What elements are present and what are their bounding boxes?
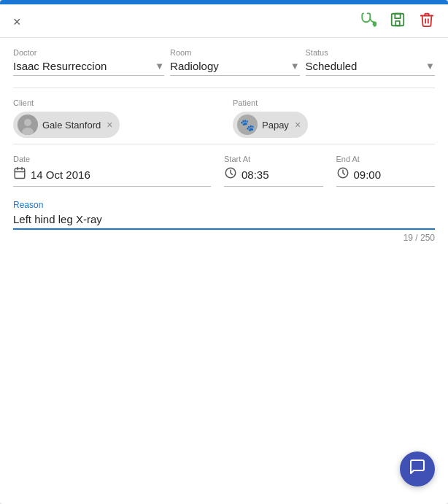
room-dropdown-arrow: ▼	[290, 61, 300, 71]
doctor-select-wrap: Isaac Resurreccion ▼	[13, 60, 164, 76]
end-at-value[interactable]: 09:00	[354, 168, 382, 181]
svg-rect-1	[392, 14, 404, 26]
date-time-row: Date 14 Oct 2016 Start At	[13, 155, 435, 187]
divider-1	[13, 88, 435, 88]
client-avatar	[18, 115, 38, 135]
calendar-icon	[13, 166, 26, 183]
patient-chip: 🐾 Papay ×	[233, 112, 308, 138]
client-chip-close[interactable]: ×	[107, 120, 112, 130]
room-label: Room	[170, 48, 299, 57]
modal-toolbar: ×	[0, 4, 448, 38]
start-at-input-wrap: 08:35	[224, 166, 323, 187]
client-patient-row: Client Gale Stanford ×	[13, 98, 435, 138]
patient-label: Patient	[233, 98, 435, 107]
reason-label: Reason	[13, 200, 435, 210]
chat-icon	[409, 458, 426, 480]
client-name: Gale Stanford	[42, 120, 101, 131]
svg-rect-3	[395, 21, 400, 26]
end-at-label: End At	[336, 155, 436, 163]
stethoscope-icon-button[interactable]	[358, 10, 379, 33]
reason-input[interactable]	[13, 213, 435, 230]
doctor-dropdown-arrow: ▼	[155, 61, 164, 71]
patient-chip-row: 🐾 Papay ×	[233, 112, 435, 138]
status-dropdown-arrow: ▼	[425, 61, 435, 71]
room-select-wrap: Radiology ▼	[170, 60, 299, 76]
divider-2	[13, 144, 435, 144]
clock-icon-end	[336, 166, 349, 183]
status-field: Status Scheduled ▼	[306, 48, 435, 76]
client-chip-row: Gale Stanford ×	[13, 112, 215, 138]
svg-rect-2	[395, 14, 400, 18]
doctor-room-status-row: Doctor Isaac Resurreccion ▼ Room Radiolo…	[13, 48, 435, 76]
end-at-field: End At 09:00	[336, 155, 436, 187]
patient-avatar: 🐾	[237, 115, 258, 135]
room-field: Room Radiology ▼	[170, 48, 305, 76]
patient-name: Papay	[262, 120, 289, 131]
date-label: Date	[13, 155, 211, 163]
save-icon-button[interactable]	[387, 10, 409, 33]
clock-icon-start	[224, 166, 237, 183]
start-at-field: Start At 08:35	[224, 155, 336, 187]
date-value[interactable]: 14 Oct 2016	[31, 168, 90, 181]
end-at-input-wrap: 09:00	[336, 166, 436, 187]
date-input-wrap: 14 Oct 2016	[13, 166, 211, 187]
status-select[interactable]: Scheduled	[306, 60, 425, 72]
status-label: Status	[306, 48, 435, 57]
client-column: Client Gale Stanford ×	[13, 98, 215, 138]
client-chip: Gale Stanford ×	[13, 112, 120, 138]
svg-rect-7	[15, 168, 25, 179]
modal-body: Doctor Isaac Resurreccion ▼ Room Radiolo…	[0, 38, 448, 504]
patient-column: Patient 🐾 Papay ×	[233, 98, 435, 138]
svg-point-5	[24, 119, 31, 126]
doctor-field: Doctor Isaac Resurreccion ▼	[13, 48, 170, 76]
reason-char-count: 19 / 250	[13, 233, 435, 243]
appointment-modal: ×	[0, 0, 448, 504]
patient-chip-close[interactable]: ×	[295, 120, 301, 130]
client-label: Client	[13, 98, 215, 107]
delete-icon-button[interactable]	[416, 10, 438, 33]
doctor-select[interactable]: Isaac Resurreccion	[13, 60, 153, 72]
close-button[interactable]: ×	[10, 14, 24, 30]
room-select[interactable]: Radiology	[170, 60, 289, 72]
reason-section: Reason 19 / 250	[13, 200, 435, 243]
toolbar-icons	[358, 10, 438, 33]
start-at-value[interactable]: 08:35	[242, 168, 269, 181]
doctor-label: Doctor	[13, 48, 164, 57]
chat-fab-button[interactable]	[400, 451, 435, 486]
start-at-label: Start At	[224, 155, 323, 163]
status-select-wrap: Scheduled ▼	[306, 60, 435, 76]
svg-point-0	[373, 23, 375, 26]
date-field: Date 14 Oct 2016	[13, 155, 224, 187]
